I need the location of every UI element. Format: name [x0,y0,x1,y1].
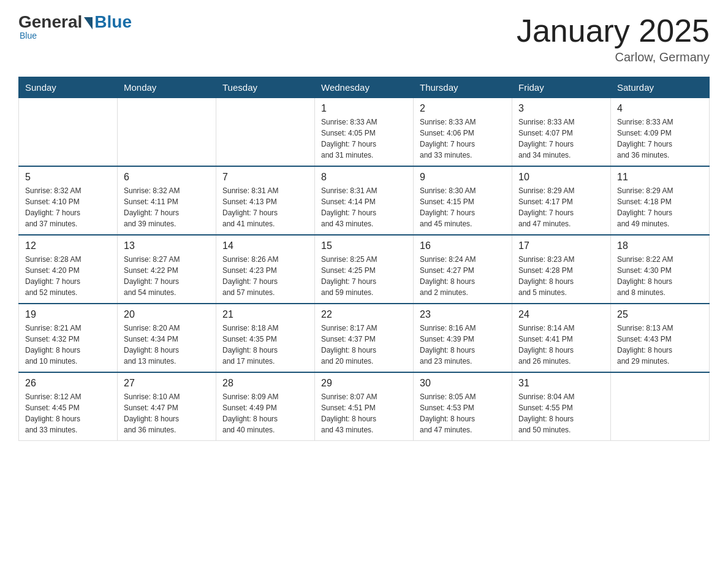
day-info: Sunrise: 8:29 AMSunset: 4:18 PMDaylight:… [617,185,703,229]
day-number: 6 [124,172,210,183]
calendar-cell: 23Sunrise: 8:16 AMSunset: 4:39 PMDayligh… [414,304,512,372]
calendar-cell [118,98,216,167]
day-info: Sunrise: 8:07 AMSunset: 4:51 PMDaylight:… [321,391,407,435]
day-info: Sunrise: 8:05 AMSunset: 4:53 PMDaylight:… [420,391,506,435]
day-info: Sunrise: 8:13 AMSunset: 4:43 PMDaylight:… [617,323,703,367]
day-number: 10 [518,172,604,183]
page-header: General Blue Blue January 2025 Carlow, G… [18,12,710,64]
day-number: 15 [321,240,407,251]
title-section: January 2025 Carlow, Germany [517,12,710,64]
calendar-cell: 16Sunrise: 8:24 AMSunset: 4:27 PMDayligh… [414,235,512,304]
day-info: Sunrise: 8:33 AMSunset: 4:07 PMDaylight:… [518,117,604,161]
calendar-cell: 13Sunrise: 8:27 AMSunset: 4:22 PMDayligh… [118,235,216,304]
calendar-cell: 22Sunrise: 8:17 AMSunset: 4:37 PMDayligh… [315,304,414,372]
day-number: 13 [124,240,210,251]
day-info: Sunrise: 8:33 AMSunset: 4:05 PMDaylight:… [321,117,407,161]
calendar-cell: 29Sunrise: 8:07 AMSunset: 4:51 PMDayligh… [315,372,414,441]
day-info: Sunrise: 8:10 AMSunset: 4:47 PMDaylight:… [124,391,210,435]
header-day-monday: Monday [118,77,216,98]
logo-triangle-icon [84,17,93,29]
calendar-cell: 14Sunrise: 8:26 AMSunset: 4:23 PMDayligh… [216,235,315,304]
calendar-cell: 31Sunrise: 8:04 AMSunset: 4:55 PMDayligh… [512,372,611,441]
day-number: 21 [222,309,308,320]
calendar-cell: 19Sunrise: 8:21 AMSunset: 4:32 PMDayligh… [19,304,118,372]
day-info: Sunrise: 8:26 AMSunset: 4:23 PMDaylight:… [222,254,308,298]
day-info: Sunrise: 8:23 AMSunset: 4:28 PMDaylight:… [518,254,604,298]
header-day-sunday: Sunday [19,77,118,98]
day-number: 9 [420,172,506,183]
day-number: 24 [518,309,604,320]
day-info: Sunrise: 8:27 AMSunset: 4:22 PMDaylight:… [124,254,210,298]
calendar-cell: 11Sunrise: 8:29 AMSunset: 4:18 PMDayligh… [611,166,710,235]
calendar-cell: 21Sunrise: 8:18 AMSunset: 4:35 PMDayligh… [216,304,315,372]
calendar-cell: 12Sunrise: 8:28 AMSunset: 4:20 PMDayligh… [19,235,118,304]
week-row-5: 26Sunrise: 8:12 AMSunset: 4:45 PMDayligh… [19,372,710,441]
day-number: 26 [25,378,111,389]
day-info: Sunrise: 8:12 AMSunset: 4:45 PMDaylight:… [25,391,111,435]
header-day-thursday: Thursday [414,77,512,98]
day-number: 25 [617,309,703,320]
day-number: 28 [222,378,308,389]
calendar-cell [19,98,118,167]
day-info: Sunrise: 8:18 AMSunset: 4:35 PMDaylight:… [222,323,308,367]
calendar-cell: 8Sunrise: 8:31 AMSunset: 4:14 PMDaylight… [315,166,414,235]
day-number: 1 [321,103,407,114]
day-info: Sunrise: 8:09 AMSunset: 4:49 PMDaylight:… [222,391,308,435]
day-number: 5 [25,172,111,183]
calendar-cell: 3Sunrise: 8:33 AMSunset: 4:07 PMDaylight… [512,98,611,167]
calendar-cell: 7Sunrise: 8:31 AMSunset: 4:13 PMDaylight… [216,166,315,235]
calendar-cell: 9Sunrise: 8:30 AMSunset: 4:15 PMDaylight… [414,166,512,235]
day-info: Sunrise: 8:32 AMSunset: 4:10 PMDaylight:… [25,185,111,229]
day-info: Sunrise: 8:29 AMSunset: 4:17 PMDaylight:… [518,185,604,229]
header-day-tuesday: Tuesday [216,77,315,98]
week-row-2: 5Sunrise: 8:32 AMSunset: 4:10 PMDaylight… [19,166,710,235]
day-info: Sunrise: 8:21 AMSunset: 4:32 PMDaylight:… [25,323,111,367]
calendar-cell: 5Sunrise: 8:32 AMSunset: 4:10 PMDaylight… [19,166,118,235]
calendar-cell: 2Sunrise: 8:33 AMSunset: 4:06 PMDaylight… [414,98,512,167]
day-info: Sunrise: 8:17 AMSunset: 4:37 PMDaylight:… [321,323,407,367]
calendar-cell: 4Sunrise: 8:33 AMSunset: 4:09 PMDaylight… [611,98,710,167]
day-number: 14 [222,240,308,251]
day-number: 27 [124,378,210,389]
calendar-cell: 6Sunrise: 8:32 AMSunset: 4:11 PMDaylight… [118,166,216,235]
calendar-cell: 10Sunrise: 8:29 AMSunset: 4:17 PMDayligh… [512,166,611,235]
header-day-saturday: Saturday [611,77,710,98]
day-info: Sunrise: 8:33 AMSunset: 4:09 PMDaylight:… [617,117,703,161]
logo-general-text: General [18,12,82,32]
day-info: Sunrise: 8:04 AMSunset: 4:55 PMDaylight:… [518,391,604,435]
day-number: 8 [321,172,407,183]
day-info: Sunrise: 8:30 AMSunset: 4:15 PMDaylight:… [420,185,506,229]
week-row-3: 12Sunrise: 8:28 AMSunset: 4:20 PMDayligh… [19,235,710,304]
calendar-subtitle: Carlow, Germany [517,50,710,64]
week-row-4: 19Sunrise: 8:21 AMSunset: 4:32 PMDayligh… [19,304,710,372]
calendar-cell: 18Sunrise: 8:22 AMSunset: 4:30 PMDayligh… [611,235,710,304]
day-info: Sunrise: 8:20 AMSunset: 4:34 PMDaylight:… [124,323,210,367]
day-number: 19 [25,309,111,320]
calendar-cell [611,372,710,441]
day-number: 3 [518,103,604,114]
header-row: SundayMondayTuesdayWednesdayThursdayFrid… [19,77,710,98]
calendar-cell: 26Sunrise: 8:12 AMSunset: 4:45 PMDayligh… [19,372,118,441]
calendar-cell: 30Sunrise: 8:05 AMSunset: 4:53 PMDayligh… [414,372,512,441]
day-number: 22 [321,309,407,320]
day-info: Sunrise: 8:14 AMSunset: 4:41 PMDaylight:… [518,323,604,367]
day-info: Sunrise: 8:25 AMSunset: 4:25 PMDaylight:… [321,254,407,298]
day-number: 16 [420,240,506,251]
day-number: 30 [420,378,506,389]
logo: General Blue Blue [18,12,132,40]
header-day-wednesday: Wednesday [315,77,414,98]
logo-blue-underline: Blue [20,31,37,40]
day-number: 20 [124,309,210,320]
day-info: Sunrise: 8:31 AMSunset: 4:14 PMDaylight:… [321,185,407,229]
day-number: 23 [420,309,506,320]
day-info: Sunrise: 8:24 AMSunset: 4:27 PMDaylight:… [420,254,506,298]
day-number: 18 [617,240,703,251]
calendar-cell: 24Sunrise: 8:14 AMSunset: 4:41 PMDayligh… [512,304,611,372]
header-day-friday: Friday [512,77,611,98]
day-number: 29 [321,378,407,389]
day-number: 31 [518,378,604,389]
calendar-title: January 2025 [517,12,710,49]
calendar-cell: 1Sunrise: 8:33 AMSunset: 4:05 PMDaylight… [315,98,414,167]
calendar-cell: 28Sunrise: 8:09 AMSunset: 4:49 PMDayligh… [216,372,315,441]
day-number: 11 [617,172,703,183]
